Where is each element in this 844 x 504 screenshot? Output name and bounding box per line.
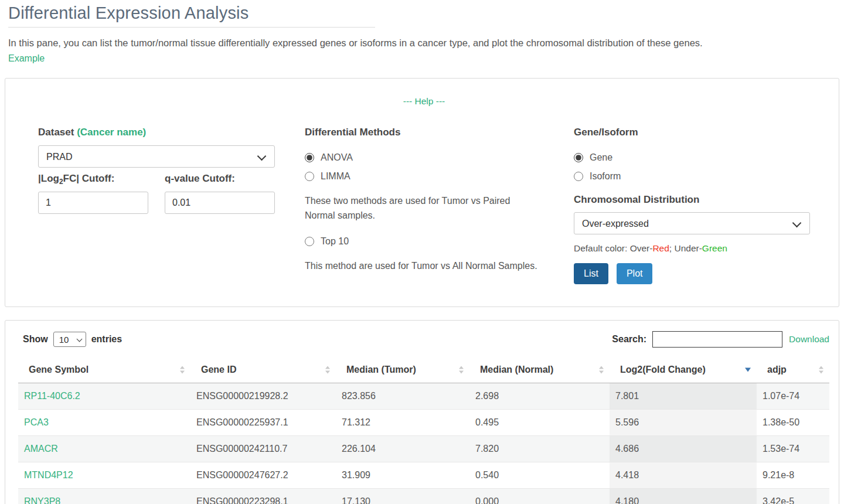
gene-symbol-cell: RNY3P8 <box>18 489 190 504</box>
list-button[interactable]: List <box>574 263 608 284</box>
download-link[interactable]: Download <box>789 334 829 345</box>
gene-symbol-link[interactable]: RNY3P8 <box>24 496 60 504</box>
dataset-label: Dataset (Cancer name) <box>38 127 275 138</box>
page-title: Differential Expression Analysis <box>8 4 375 28</box>
anova-radio-row[interactable]: ANOVA <box>305 152 541 163</box>
gene-radio-row[interactable]: Gene <box>574 152 810 163</box>
adjp-cell: 9.21e-8 <box>757 462 829 489</box>
gene-radio[interactable] <box>574 153 583 162</box>
gene-symbol-link[interactable]: AMACR <box>24 444 58 454</box>
methods-title: Differential Methods <box>305 127 541 138</box>
logfc-cutoff-input[interactable] <box>38 192 148 214</box>
gene-symbol-cell: MTND4P12 <box>18 462 190 489</box>
sort-icon[interactable] <box>325 366 330 374</box>
sort-icon[interactable] <box>599 366 604 374</box>
log2-fold-change-cell: 4.180 <box>610 489 757 504</box>
show-label: Show <box>23 334 48 345</box>
adjp-cell: 1.07e-74 <box>757 383 829 410</box>
entries-label: entries <box>91 334 122 345</box>
methods-column: Differential Methods ANOVA LIMMA These t… <box>305 127 541 287</box>
dataset-select[interactable]: PRAD <box>38 145 275 168</box>
median-normal-cell: 0.000 <box>469 489 610 504</box>
gene-isoform-title: Gene/Isoform <box>574 127 810 138</box>
limma-radio-row[interactable]: LIMMA <box>305 171 541 182</box>
gene-label: Gene <box>590 152 612 163</box>
gene-symbol-cell: AMACR <box>18 436 190 462</box>
chromosomal-select[interactable]: Over-expressed <box>574 212 810 234</box>
page-size-control: Show 10 entries <box>23 332 122 347</box>
example-link[interactable]: Example <box>8 53 45 64</box>
top10-label: Top 10 <box>321 236 349 247</box>
gene-id-cell: ENSG00000219928.2 <box>190 383 336 410</box>
gene-symbol-link[interactable]: PCA3 <box>24 417 49 427</box>
search-control: Search: Download <box>612 331 829 348</box>
log2-fold-change-cell: 4.686 <box>610 436 757 462</box>
sort-descending-icon[interactable] <box>745 368 751 372</box>
dataset-hint: (Cancer name) <box>77 127 146 138</box>
log2-fold-change-cell: 4.418 <box>610 462 757 489</box>
isoform-radio[interactable] <box>574 172 583 181</box>
column-header-gene-symbol[interactable]: Gene Symbol <box>18 357 190 383</box>
isoform-label: Isoform <box>590 171 621 182</box>
top10-radio-row[interactable]: Top 10 <box>305 236 541 247</box>
search-input[interactable] <box>652 331 782 348</box>
anova-radio[interactable] <box>305 153 314 162</box>
page-size-select[interactable]: 10 <box>53 332 86 347</box>
chromosomal-select-wrap: Over-expressed <box>574 212 810 234</box>
top10-note: This method are used for Tumor vs All No… <box>305 258 541 273</box>
top10-radio[interactable] <box>305 237 314 246</box>
column-header-median-tumor[interactable]: Median (Tumor) <box>336 357 469 383</box>
qvalue-cutoff-label: q-value Cutoff: <box>165 173 235 186</box>
plot-button[interactable]: Plot <box>617 263 653 284</box>
gene-symbol-link[interactable]: MTND4P12 <box>24 470 73 480</box>
log2-fold-change-cell: 7.801 <box>610 383 757 410</box>
logfc-cutoff-label: |Log2FC| Cutoff: <box>38 173 165 186</box>
dataset-column: Dataset (Cancer name) PRAD |Log2FC| Cuto… <box>38 127 275 287</box>
search-label: Search: <box>612 334 646 345</box>
median-normal-cell: 7.820 <box>469 436 610 462</box>
sort-icon[interactable] <box>819 366 823 374</box>
gene-id-cell: ENSG00000225937.1 <box>190 410 336 436</box>
results-panel: Show 10 entries Search: Download Gene Sy… <box>5 320 839 504</box>
gene-id-cell: ENSG00000247627.2 <box>190 462 336 489</box>
sort-icon[interactable] <box>180 366 185 374</box>
table-row: PCA3 ENSG00000225937.1 71.312 0.495 5.59… <box>18 410 829 436</box>
table-header-row: Gene Symbol Gene ID Median (Tumor) Media… <box>18 357 829 383</box>
page-description: In this pane, you can list the tumor/nor… <box>8 38 836 49</box>
median-tumor-cell: 31.909 <box>336 462 469 489</box>
page-size-select-wrap: 10 <box>53 332 86 347</box>
log2-fold-change-cell: 5.596 <box>610 410 757 436</box>
table-row: MTND4P12 ENSG00000247627.2 31.909 0.540 … <box>18 462 829 489</box>
adjp-cell: 1.53e-74 <box>757 436 829 462</box>
adjp-cell: 3.42e-5 <box>757 489 829 504</box>
sort-icon[interactable] <box>459 366 464 374</box>
table-row: RP11-40C6.2 ENSG00000219928.2 823.856 2.… <box>18 383 829 410</box>
table-row: RNY3P8 ENSG00000223298.1 17.130 0.000 4.… <box>18 489 829 504</box>
column-header-gene-id[interactable]: Gene ID <box>190 357 336 383</box>
gene-symbol-link[interactable]: RP11-40C6.2 <box>24 391 80 401</box>
results-table: Gene Symbol Gene ID Median (Tumor) Media… <box>18 357 829 504</box>
column-header-median-normal[interactable]: Median (Normal) <box>469 357 610 383</box>
gene-symbol-cell: PCA3 <box>18 410 190 436</box>
qvalue-cutoff-input[interactable] <box>165 192 275 214</box>
median-normal-cell: 2.698 <box>469 383 610 410</box>
column-header-adjp[interactable]: adjp <box>757 357 829 383</box>
gene-id-cell: ENSG00000223298.1 <box>190 489 336 504</box>
column-header-log2-fold-change[interactable]: Log2(Fold Change) <box>610 357 757 383</box>
median-tumor-cell: 823.856 <box>336 383 469 410</box>
limma-radio[interactable] <box>305 172 314 181</box>
gene-isoform-column: Gene/Isoform Gene Isoform Chromosomal Di… <box>574 127 810 287</box>
help-link[interactable]: --- Help --- <box>403 96 445 106</box>
gene-id-cell: ENSG00000242110.7 <box>190 436 336 462</box>
parameters-panel: --- Help --- Dataset (Cancer name) PRAD … <box>5 78 839 307</box>
anova-label: ANOVA <box>321 152 353 163</box>
gene-symbol-cell: RP11-40C6.2 <box>18 383 190 410</box>
dataset-select-wrap: PRAD <box>38 145 275 168</box>
over-red-word: Red <box>652 243 669 253</box>
isoform-radio-row[interactable]: Isoform <box>574 171 810 182</box>
median-tumor-cell: 71.312 <box>336 410 469 436</box>
limma-label: LIMMA <box>321 171 350 182</box>
dataset-label-text: Dataset <box>38 127 74 138</box>
under-green-word: Green <box>702 243 727 253</box>
adjp-cell: 1.38e-50 <box>757 410 829 436</box>
